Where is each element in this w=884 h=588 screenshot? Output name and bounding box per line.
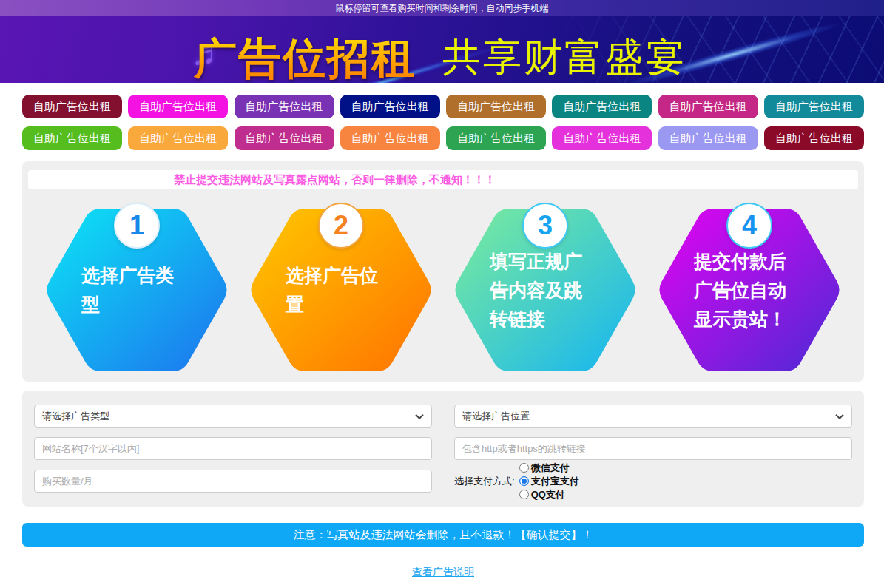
- status-text: 鼠标停留可查看购买时间和剩余时间，自动同步手机端: [336, 3, 549, 13]
- step-card: 2选择广告位置: [249, 203, 433, 371]
- step-card: 4提交付款后广告位自动显示贵站！: [657, 203, 842, 371]
- steps-row: 1选择广告类型2选择广告位置3填写正规广告内容及跳转链接4提交付款后广告位自动显…: [28, 203, 858, 371]
- ad-type-select-value: 请选择广告类型: [42, 410, 109, 422]
- ad-slot-button[interactable]: 自助广告位出租: [340, 95, 440, 118]
- submit-notice-bar[interactable]: 注意：写真站及违法网站会删除，且不退款！【确认提交】！: [22, 523, 864, 547]
- warning-text: 禁止提交违法网站及写真露点网站，否则一律删除，不通知！！！: [174, 173, 496, 186]
- radio-icon[interactable]: [519, 490, 529, 499]
- payment-option-label: 微信支付: [531, 462, 570, 475]
- ad-slot-row-2: 自助广告位出租自助广告位出租自助广告位出租自助广告位出租自助广告位出租自助广告位…: [22, 126, 864, 150]
- ad-slot-button[interactable]: 自助广告位出租: [446, 126, 546, 150]
- submit-notice-text: 注意：写真站及违法网站会删除，且不退款！【确认提交】！: [294, 528, 593, 542]
- ad-slot-button[interactable]: 自助广告位出租: [340, 126, 440, 150]
- banner-title: 广告位招租: [194, 35, 416, 82]
- payment-method-row: 选择支付方式: 微信支付支付宝支付QQ支付: [454, 470, 852, 493]
- payment-method-label: 选择支付方式:: [454, 475, 515, 488]
- ad-slot-button[interactable]: 自助广告位出租: [22, 95, 122, 118]
- ad-slot-button[interactable]: 自助广告位出租: [764, 95, 864, 118]
- payment-option[interactable]: 微信支付: [519, 462, 579, 475]
- quantity-input[interactable]: [34, 470, 432, 493]
- payment-option-label: 支付宝支付: [531, 475, 579, 488]
- status-bar: 鼠标停留可查看购买时间和剩余时间，自动同步手机端: [0, 0, 884, 16]
- order-form: 请选择广告类型 请选择广告位置 选择支付方式: 微信支付支付宝支付QQ支付: [22, 391, 864, 507]
- steps-section: 禁止提交违法网站及写真露点网站，否则一律删除，不通知！！！ 1选择广告类型2选择…: [22, 161, 864, 382]
- ad-slot-button[interactable]: 自助广告位出租: [658, 95, 758, 118]
- payment-option-label: QQ支付: [531, 488, 565, 501]
- ad-slot-button[interactable]: 自助广告位出租: [128, 126, 228, 150]
- chevron-down-icon: [415, 410, 423, 419]
- radio-icon[interactable]: [519, 476, 529, 486]
- warning-banner: 禁止提交违法网站及写真露点网站，否则一律删除，不通知！！！: [28, 170, 858, 189]
- footer: 查看广告说明: [22, 565, 864, 579]
- ad-info-link[interactable]: 查看广告说明: [412, 566, 474, 578]
- step-card: 1选择广告类型: [44, 203, 229, 371]
- step-card: 3填写正规广告内容及跳转链接: [453, 203, 638, 371]
- redirect-url-input[interactable]: [454, 437, 852, 460]
- banner-slogan: 共享财富盛宴: [442, 36, 686, 78]
- ad-type-select[interactable]: 请选择广告类型: [34, 405, 432, 428]
- step-number-badge: 2: [318, 203, 364, 249]
- banner: ♬ 广告位招租 共享财富盛宴: [0, 16, 884, 83]
- ad-slot-button[interactable]: 自助广告位出租: [658, 126, 758, 150]
- site-name-input[interactable]: [34, 437, 432, 460]
- ad-slot-button[interactable]: 自助广告位出租: [22, 126, 122, 150]
- ad-slot-button[interactable]: 自助广告位出租: [235, 95, 334, 118]
- ad-slot-button[interactable]: 自助广告位出租: [235, 126, 334, 150]
- ad-slot-button[interactable]: 自助广告位出租: [552, 95, 652, 118]
- step-number-badge: 3: [522, 203, 568, 249]
- ad-position-select[interactable]: 请选择广告位置: [454, 405, 852, 428]
- ad-slot-button[interactable]: 自助广告位出租: [446, 95, 546, 118]
- ad-slot-button[interactable]: 自助广告位出租: [552, 126, 652, 150]
- ad-position-select-value: 请选择广告位置: [462, 410, 530, 422]
- payment-option[interactable]: 支付宝支付: [519, 475, 579, 488]
- payment-options: 微信支付支付宝支付QQ支付: [515, 462, 579, 501]
- ad-slot-row-1: 自助广告位出租自助广告位出租自助广告位出租自助广告位出租自助广告位出租自助广告位…: [22, 95, 864, 118]
- step-number-badge: 4: [726, 203, 772, 249]
- payment-option[interactable]: QQ支付: [519, 488, 579, 501]
- chevron-down-icon: [835, 410, 843, 419]
- ad-slot-button[interactable]: 自助广告位出租: [128, 95, 228, 118]
- step-number-badge: 1: [114, 203, 160, 249]
- ad-slot-button[interactable]: 自助广告位出租: [764, 126, 864, 150]
- radio-icon[interactable]: [519, 463, 529, 473]
